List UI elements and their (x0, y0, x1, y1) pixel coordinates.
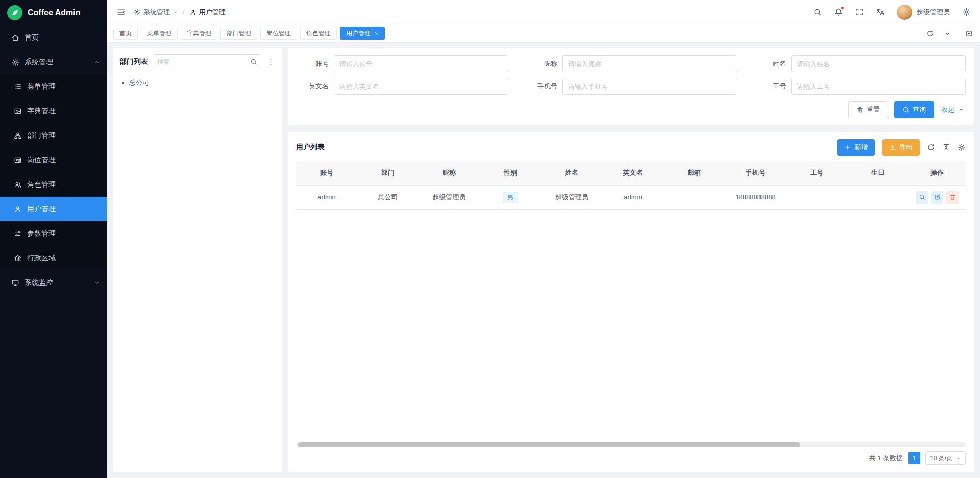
topbar: 系统管理 / 用户管理 超级管理员 (107, 0, 980, 24)
main-column: 系统管理 / 用户管理 超级管理员 (107, 0, 980, 478)
app-logo[interactable]: Coffee Admin (0, 0, 107, 26)
plus-icon (844, 144, 851, 151)
account-input[interactable] (334, 55, 508, 72)
app-root: Coffee Admin 首页系统管理菜单管理字典管理部门管理岗位管理角色管理用… (0, 0, 980, 478)
sidebar-item-dict-management[interactable]: 字典管理 (0, 99, 107, 123)
sidebar-item-system-management[interactable]: 系统管理 (0, 50, 107, 74)
sidebar-item-menu-management[interactable]: 菜单管理 (0, 74, 107, 99)
close-icon[interactable] (374, 31, 379, 36)
table-header-row: 账号部门昵称性别姓名英文名邮箱手机号工号生日操作 (296, 161, 966, 185)
table-toolbar: 新增 导出 (837, 139, 966, 156)
department-panel-title: 部门列表 (119, 57, 148, 66)
org-icon (14, 132, 22, 140)
sidebar-item-home[interactable]: 首页 (0, 26, 107, 50)
en-name-label: 英文名 (292, 82, 329, 91)
sidebar-item-user-management[interactable]: 用户管理 (0, 197, 107, 221)
form-field-work-no: 工号 (749, 78, 966, 95)
tab-home[interactable]: 首页 (113, 27, 138, 40)
sidebar-item-dept-management[interactable]: 部门管理 (0, 123, 107, 148)
phone-input[interactable] (562, 78, 737, 95)
table-settings-gear-icon[interactable] (958, 143, 966, 152)
search-icon (902, 106, 910, 113)
edit-icon[interactable] (931, 191, 943, 204)
department-search-group (153, 54, 261, 69)
form-field-nickname: 昵称 (521, 55, 737, 72)
translate-icon[interactable] (876, 8, 885, 16)
gear-icon (134, 9, 141, 16)
notification-dot (841, 6, 844, 10)
tab-user-management[interactable]: 用户管理 (340, 27, 385, 40)
collapse-button[interactable]: 收起 (940, 101, 966, 118)
refresh-icon[interactable] (927, 143, 935, 152)
department-tree: 总公司 (119, 77, 276, 89)
download-icon (889, 144, 896, 151)
department-search-button[interactable] (246, 55, 261, 69)
search-form: 账号昵称姓名英文名手机号工号 (292, 55, 966, 95)
settings-gear-icon[interactable] (962, 8, 971, 16)
column-header-en_name: 英文名 (602, 161, 664, 185)
user-icon (189, 9, 197, 16)
view-icon[interactable] (916, 191, 928, 204)
name-input[interactable] (791, 55, 966, 72)
coffee-logo-icon (7, 5, 22, 20)
work-no-label: 工号 (749, 82, 786, 91)
add-user-button[interactable]: 新增 (837, 139, 875, 156)
tab-post-management[interactable]: 岗位管理 (260, 27, 297, 40)
page-size-select[interactable]: 10 条/页 (925, 451, 966, 465)
pagination: 共 1 条数据 1 10 条/页 (296, 448, 966, 468)
search-form-actions: 重置 查询 收起 (292, 101, 966, 118)
tab-dict-management[interactable]: 字典管理 (181, 27, 217, 40)
sidebar-item-label: 首页 (24, 33, 39, 42)
work-no-input[interactable] (791, 78, 966, 95)
chevron-down-icon (94, 280, 100, 286)
sidebar-item-role-management[interactable]: 角色管理 (0, 172, 107, 197)
horizontal-scrollbar (296, 442, 966, 447)
tab-label: 字典管理 (187, 29, 211, 38)
list-icon (14, 83, 22, 91)
cell-account: admin (296, 185, 357, 209)
export-button[interactable]: 导出 (882, 139, 920, 156)
nickname-input[interactable] (562, 55, 737, 72)
breadcrumb-item-user: 用户管理 (189, 8, 226, 17)
sidebar-item-region-management[interactable]: 行政区域 (0, 246, 107, 270)
table-empty-space (296, 210, 966, 443)
sidebar-item-post-management[interactable]: 岗位管理 (0, 148, 107, 172)
account-label: 账号 (292, 59, 329, 68)
tab-label: 角色管理 (306, 29, 331, 38)
breadcrumb-label: 系统管理 (143, 8, 170, 17)
breadcrumb-item-system[interactable]: 系统管理 (134, 8, 178, 17)
user-menu[interactable]: 超级管理员 (897, 5, 950, 20)
tree-node-head-office[interactable]: 总公司 (119, 77, 276, 89)
page-number-button[interactable]: 1 (908, 452, 920, 464)
menu-fold-icon[interactable] (116, 8, 126, 17)
scrollbar-thumb[interactable] (298, 442, 800, 447)
chevron-down-icon (173, 9, 178, 15)
sidebar-item-param-management[interactable]: 参数管理 (0, 221, 107, 246)
en-name-input[interactable] (334, 78, 508, 95)
reset-button[interactable]: 重置 (848, 101, 888, 118)
column-header-nickname: 昵称 (419, 161, 480, 185)
search-icon[interactable] (813, 8, 822, 16)
sidebar-item-system-monitor[interactable]: 系统监控 (0, 270, 107, 295)
content-expand-icon[interactable] (964, 30, 974, 37)
notification-bell-icon[interactable] (834, 8, 843, 16)
sliders-icon (14, 230, 22, 238)
tabs-dropdown-chevron-icon[interactable] (939, 30, 956, 37)
cell-email (664, 185, 725, 209)
tab-menu-management[interactable]: 菜单管理 (141, 27, 178, 40)
department-search-input[interactable] (153, 55, 246, 69)
search-button[interactable]: 查询 (894, 101, 934, 118)
refresh-icon[interactable] (922, 30, 939, 37)
delete-icon[interactable] (946, 191, 959, 204)
tab-role-management[interactable]: 角色管理 (300, 27, 337, 40)
fullscreen-icon[interactable] (855, 8, 864, 16)
avatar (897, 5, 912, 20)
table-body: admin总公司超级管理员男超级管理员admin18888888888 (296, 185, 966, 209)
cell-phone: 18888888888 (725, 185, 786, 209)
gear-icon (11, 58, 19, 66)
column-height-icon[interactable] (942, 143, 950, 152)
caret-right-icon[interactable] (120, 80, 126, 86)
more-options-icon[interactable] (266, 57, 276, 67)
cell-birthday (847, 185, 909, 209)
tab-dept-management[interactable]: 部门管理 (220, 27, 257, 40)
